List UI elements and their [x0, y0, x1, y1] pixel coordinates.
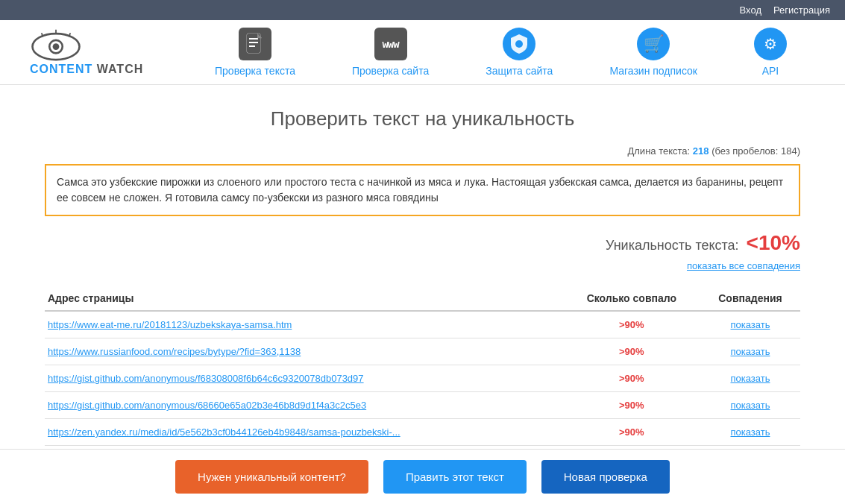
action-cell: показать	[700, 311, 800, 338]
show-link[interactable]: показать	[730, 400, 770, 411]
url-cell: https://zen.yandex.ru/media/id/5e562b3cf…	[45, 419, 563, 446]
show-link[interactable]: показать	[730, 426, 770, 438]
nav-check-site[interactable]: www Проверка сайта	[352, 28, 429, 77]
uniqueness-value: <10%	[747, 231, 800, 255]
table-row: https://zen.yandex.ru/media/id/5e562b3cf…	[45, 419, 800, 446]
url-link[interactable]: https://www.eat-me.ru/20181123/uzbekskay…	[48, 319, 292, 330]
shield-icon	[503, 28, 535, 60]
api-icon: ⚙	[754, 28, 787, 60]
nav-api[interactable]: ⚙ API	[754, 28, 787, 77]
match-cell: >90%	[563, 338, 700, 365]
table-row: https://www.russianfood.com/recipes/byty…	[45, 338, 800, 365]
url-link[interactable]: https://zen.yandex.ru/media/id/5e562b3cf…	[48, 426, 400, 438]
nav-protect-site[interactable]: Защита сайта	[486, 28, 553, 77]
show-link[interactable]: показать	[730, 346, 770, 357]
text-length-value: 218	[693, 145, 709, 157]
match-cell: >90%	[563, 392, 700, 419]
action-cell: показать	[700, 392, 800, 419]
url-link[interactable]: https://www.russianfood.com/recipes/byty…	[48, 346, 301, 357]
main-header: CONTENT WATCH Проверка текста www П	[0, 20, 845, 85]
table-row: https://gist.github.com/anonymous/68660e…	[45, 392, 800, 419]
uniqueness-label: Уникальность текста:	[606, 238, 739, 253]
cart-icon: 🛒	[637, 28, 670, 60]
page-content: Проверить текст на уникальность Длина те…	[0, 85, 845, 504]
register-link[interactable]: Регистрация	[773, 4, 830, 16]
table-row: https://www.eat-me.ru/20181123/uzbekskay…	[45, 311, 800, 338]
www-icon: www	[374, 28, 407, 60]
match-cell: >90%	[563, 311, 700, 338]
url-cell: https://www.eat-me.ru/20181123/uzbekskay…	[45, 311, 563, 338]
nav-api-label: API	[762, 65, 779, 77]
new-check-button[interactable]: Новая проверка	[541, 460, 670, 494]
page-title: Проверить текст на уникальность	[45, 107, 800, 130]
edit-text-button[interactable]: Править этот текст	[383, 460, 527, 494]
svg-point-11	[515, 40, 523, 48]
url-cell: https://www.russianfood.com/recipes/byty…	[45, 338, 563, 365]
match-cell: >90%	[563, 419, 700, 446]
top-bar: Вход Регистрация	[0, 0, 845, 20]
document-icon	[239, 28, 271, 60]
logo-text: CONTENT WATCH	[30, 63, 143, 76]
nav-shop[interactable]: 🛒 Магазин подписок	[609, 28, 697, 77]
nav-check-text-label: Проверка текста	[215, 65, 295, 77]
table-header-row: Адрес страницы Сколько совпало Совпадени…	[45, 286, 800, 311]
need-unique-button[interactable]: Нужен уникальный контент?	[175, 460, 368, 494]
col-url: Адрес страницы	[45, 286, 563, 311]
text-length-info: Длина текста: 218 (без пробелов: 184)	[45, 145, 800, 157]
login-link[interactable]: Вход	[740, 4, 761, 16]
nav-shop-label: Магазин подписок	[609, 65, 697, 77]
svg-point-2	[53, 43, 60, 50]
main-nav: Проверка текста www Проверка сайта Защит…	[186, 28, 815, 77]
logo-area: CONTENT WATCH	[30, 28, 172, 76]
nav-protect-site-label: Защита сайта	[486, 65, 553, 77]
show-all-link: показать все совпадения	[45, 259, 800, 271]
nav-check-text[interactable]: Проверка текста	[215, 28, 295, 77]
url-link[interactable]: https://gist.github.com/anonymous/f68308…	[48, 373, 364, 384]
logo-icon	[30, 28, 82, 66]
show-link[interactable]: показать	[730, 319, 770, 330]
action-cell: показать	[700, 365, 800, 392]
col-action: Совпадения	[700, 286, 800, 311]
action-cell: показать	[700, 338, 800, 365]
col-match-count: Сколько совпало	[563, 286, 700, 311]
url-cell: https://gist.github.com/anonymous/68660e…	[45, 392, 563, 419]
match-cell: >90%	[563, 365, 700, 392]
action-cell: показать	[700, 419, 800, 446]
url-link[interactable]: https://gist.github.com/anonymous/68660e…	[48, 400, 366, 411]
url-cell: https://gist.github.com/anonymous/f68308…	[45, 365, 563, 392]
table-row: https://gist.github.com/anonymous/f68308…	[45, 365, 800, 392]
nav-check-site-label: Проверка сайта	[352, 65, 429, 77]
show-link[interactable]: показать	[730, 373, 770, 384]
text-length-nospaces: (без пробелов: 184)	[712, 145, 800, 157]
uniqueness-row: Уникальность текста: <10%	[45, 231, 800, 255]
show-all-anchor[interactable]: показать все совпадения	[687, 260, 800, 271]
bottom-bar: Нужен уникальный контент? Править этот т…	[0, 449, 845, 504]
input-text-display: Самса это узбекские пирожки из слоеного …	[45, 164, 800, 216]
